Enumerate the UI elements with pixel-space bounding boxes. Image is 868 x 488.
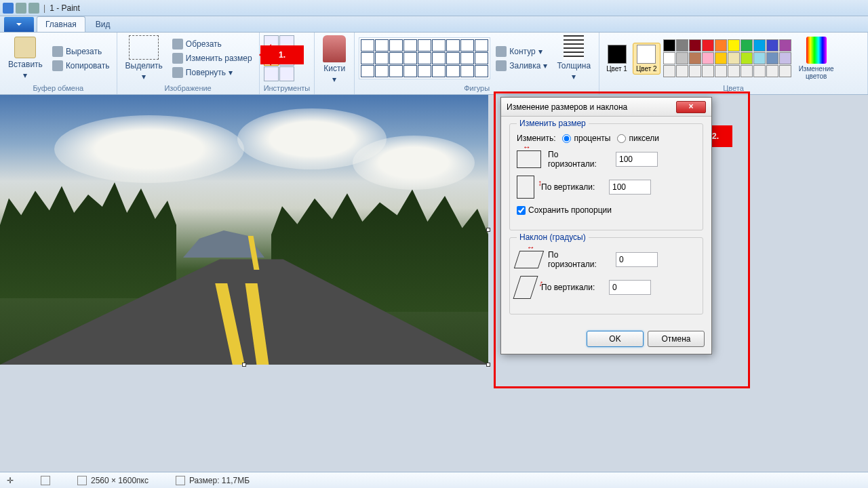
skew-horiz-input[interactable]	[616, 252, 658, 267]
undo-icon[interactable]	[16, 3, 26, 14]
save-icon[interactable]	[3, 3, 14, 14]
dimensions-icon	[77, 476, 87, 485]
cancel-button[interactable]: Отмена	[648, 331, 705, 347]
edit-colors-icon	[806, 37, 827, 64]
crop-button[interactable]: Обрезать	[170, 37, 255, 51]
pixels-radio[interactable]: пиксели	[617, 134, 659, 143]
palette-swatch[interactable]	[702, 52, 714, 64]
palette-swatch[interactable]	[689, 65, 701, 77]
palette-swatch[interactable]	[728, 65, 740, 77]
palette-swatch[interactable]	[715, 65, 727, 77]
canvas-image[interactable]	[0, 95, 488, 365]
palette-swatch[interactable]	[779, 39, 791, 52]
palette-swatch[interactable]	[728, 39, 740, 52]
palette-swatch[interactable]	[689, 52, 701, 64]
palette-swatch[interactable]	[676, 52, 688, 64]
cursor-position: ✛	[7, 476, 14, 485]
palette-swatch[interactable]	[702, 39, 714, 52]
vertical-icon	[517, 176, 534, 199]
resize-handle[interactable]	[242, 363, 246, 367]
palette-swatch[interactable]	[766, 39, 778, 52]
edit-colors-button[interactable]: Изменение цветов	[794, 35, 839, 81]
skew-vert-label: По вертикали:	[541, 283, 602, 292]
palette-swatch[interactable]	[689, 39, 701, 52]
palette-swatch[interactable]	[766, 65, 778, 77]
group-clipboard-label: Буфер обмена	[4, 83, 113, 94]
color2-button[interactable]: Цвет 2	[633, 43, 660, 75]
resize-button[interactable]: Изменить размер	[170, 52, 255, 65]
palette-swatch[interactable]	[676, 65, 688, 77]
paste-button[interactable]: Вставить ▾	[4, 35, 47, 81]
disk-icon	[176, 476, 185, 485]
select-button[interactable]: Выделить ▾	[121, 34, 167, 83]
dropdown-icon: ▾	[572, 72, 576, 81]
ribbon: Вставить ▾ Вырезать Копировать Буфер обм…	[0, 33, 868, 95]
resize-vert-input[interactable]	[609, 180, 651, 195]
palette-swatch[interactable]	[715, 52, 727, 64]
resize-horiz-label: По горизонтали:	[548, 150, 609, 169]
palette-swatch[interactable]	[753, 52, 766, 64]
resize-legend: Изменить размер	[517, 119, 589, 128]
group-clipboard: Вставить ▾ Вырезать Копировать Буфер обм…	[0, 33, 117, 94]
brush-icon	[323, 35, 346, 62]
palette-swatch[interactable]	[663, 39, 675, 52]
keep-aspect-checkbox[interactable]: Сохранить пропорции	[517, 205, 612, 215]
dropdown-icon: ▾	[142, 72, 146, 81]
paste-icon	[14, 37, 36, 58]
color1-button[interactable]: Цвет 1	[604, 43, 630, 74]
rotate-button[interactable]: Повернуть ▾	[170, 66, 255, 79]
outline-button[interactable]: Контур ▾	[493, 45, 550, 58]
palette-swatch[interactable]	[779, 65, 791, 77]
percent-radio[interactable]: проценты	[562, 134, 610, 143]
horizontal-icon	[517, 150, 541, 168]
resize-skew-dialog: Изменение размеров и наклона × Изменить …	[500, 97, 712, 354]
palette-swatch[interactable]	[753, 65, 766, 77]
selection-size	[41, 476, 50, 485]
palette-swatch[interactable]	[741, 39, 753, 52]
resize-horiz-input[interactable]	[616, 152, 658, 167]
file-size: Размер: 11,7МБ	[176, 476, 250, 485]
cut-button[interactable]: Вырезать	[50, 45, 113, 58]
tab-home[interactable]: Главная	[37, 16, 85, 32]
palette-swatch[interactable]	[702, 65, 714, 77]
resize-handle[interactable]	[486, 228, 490, 232]
thickness-button[interactable]: Толщина ▾	[553, 34, 595, 83]
skew-horiz-label: По горизонтали:	[548, 250, 609, 269]
palette-swatch[interactable]	[741, 52, 753, 64]
palette-swatch[interactable]	[715, 39, 727, 52]
dialog-titlebar[interactable]: Изменение размеров и наклона ×	[501, 98, 711, 117]
file-menu-button[interactable]	[4, 17, 34, 32]
paste-label: Вставить	[8, 60, 43, 69]
palette-swatch[interactable]	[741, 65, 753, 77]
zoom-tool[interactable]	[279, 66, 294, 81]
copy-button[interactable]: Копировать	[50, 59, 113, 73]
shapes-gallery[interactable]	[359, 37, 490, 79]
palette-swatch[interactable]	[663, 52, 675, 64]
group-tools-label: Инструменты	[264, 83, 311, 94]
quick-access-toolbar	[3, 3, 39, 14]
brushes-button[interactable]: Кисти ▾	[319, 34, 350, 85]
dialog-close-button[interactable]: ×	[676, 101, 706, 113]
tab-view[interactable]: Вид	[87, 16, 119, 32]
fillshape-icon	[496, 60, 507, 71]
color-palette[interactable]	[663, 39, 791, 77]
fill-button[interactable]: Заливка ▾	[493, 59, 550, 73]
palette-swatch[interactable]	[766, 52, 778, 64]
resize-icon	[172, 53, 183, 64]
palette-swatch[interactable]	[779, 52, 791, 64]
cut-icon	[52, 46, 63, 57]
palette-swatch[interactable]	[676, 39, 688, 52]
ok-button[interactable]: OK	[587, 331, 644, 347]
cursor-icon: ✛	[7, 476, 14, 485]
ribbon-tabs: Главная Вид	[0, 16, 868, 33]
palette-swatch[interactable]	[728, 52, 740, 64]
redo-icon[interactable]	[28, 3, 39, 14]
palette-swatch[interactable]	[663, 65, 675, 77]
resize-by-label: Изменить:	[517, 134, 555, 143]
picker-tool[interactable]	[264, 66, 279, 81]
resize-handle[interactable]	[486, 363, 490, 367]
skew-fieldset: Наклон (градусы) По горизонтали: По верт…	[509, 237, 703, 314]
skew-vert-input[interactable]	[609, 280, 651, 295]
palette-swatch[interactable]	[753, 39, 766, 52]
thickness-icon	[564, 35, 584, 60]
